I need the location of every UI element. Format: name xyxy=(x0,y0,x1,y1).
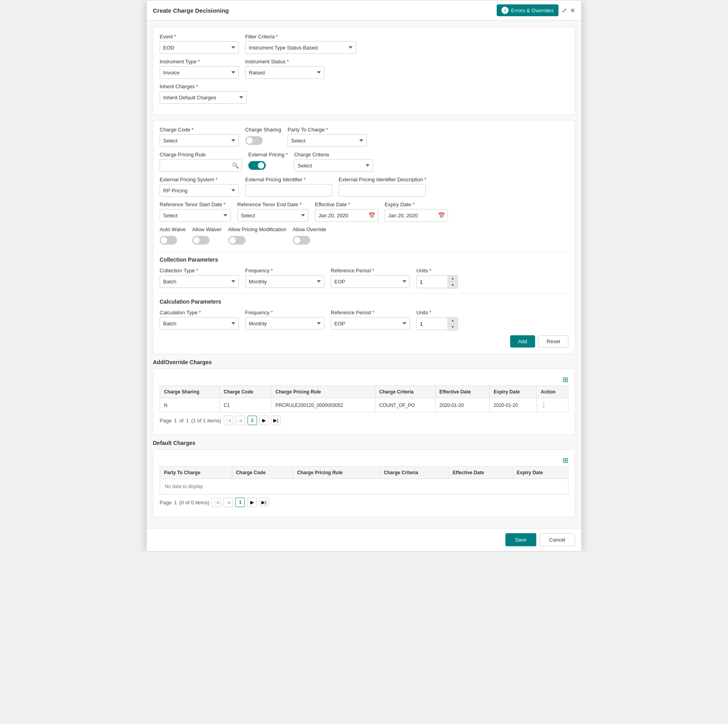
next-page-btn[interactable]: ▶ xyxy=(259,416,269,425)
ext-pricing-identifier-desc-label: External Pricing Identifier Description … xyxy=(339,177,427,182)
calculation-frequency-select[interactable]: Monthly xyxy=(245,317,324,330)
charge-code-row: Charge Code * Select Charge Sharing xyxy=(160,127,568,147)
inherit-charges-select[interactable]: Inherit Default Charges xyxy=(160,91,247,104)
collection-type-label: Collection Type * xyxy=(160,268,239,274)
ref-tenor-end-group: Reference Tenor End Date * Select xyxy=(237,201,309,222)
collection-frequency-select[interactable]: Monthly xyxy=(245,275,324,288)
reset-button[interactable]: Reset xyxy=(538,335,568,348)
allow-pricing-mod-group: Allow Pricing Modification xyxy=(228,226,286,247)
dc-prev-page-btn[interactable]: ◀ xyxy=(223,498,233,507)
col-charge-pricing-rule: Charge Pricing Rule xyxy=(271,386,375,398)
default-charges-thead: Party To Charge Charge Code Charge Prici… xyxy=(160,467,568,479)
total-pages: 1 xyxy=(186,418,189,424)
party-to-charge-select[interactable]: Select xyxy=(288,134,367,147)
filter-criteria-select[interactable]: Instrument Type Status Based xyxy=(245,41,356,54)
external-pricing-toggle-container xyxy=(248,159,288,172)
charge-criteria-select[interactable]: Select xyxy=(294,159,373,172)
calculation-units-down-btn[interactable]: ▼ xyxy=(448,324,457,330)
ref-tenor-start-select[interactable]: Select xyxy=(160,209,231,222)
ext-pricing-identifier-desc-group: External Pricing Identifier Description … xyxy=(339,177,427,197)
instrument-type-select[interactable]: Invoice xyxy=(160,66,239,79)
cell-charge-sharing: N xyxy=(160,398,220,412)
items-label: (1 of 1 items) xyxy=(191,418,221,424)
charge-pricing-rule-label: Charge Pricing Rule xyxy=(160,152,242,158)
inherit-charges-label: Inherit Charges * xyxy=(160,84,247,89)
cell-action: ⋮ xyxy=(537,398,568,412)
calculation-units-up-btn[interactable]: ▲ xyxy=(448,317,457,324)
col-effective-date: Effective Date xyxy=(435,386,490,398)
charge-sharing-toggle[interactable] xyxy=(245,136,263,145)
current-page-btn[interactable]: 1 xyxy=(248,416,257,425)
search-icon: 🔍 xyxy=(232,162,239,169)
allow-override-toggle-container xyxy=(293,234,326,247)
cancel-button[interactable]: Cancel xyxy=(539,533,575,546)
allow-pricing-mod-toggle[interactable] xyxy=(228,236,246,245)
charge-sharing-group: Charge Sharing xyxy=(245,127,281,147)
prev-page-btn[interactable]: ◀ xyxy=(236,416,245,425)
default-charges-table-settings-btn[interactable]: ⊞ xyxy=(562,456,568,465)
ref-tenor-end-select[interactable]: Select xyxy=(237,209,309,222)
allow-waiver-toggle-container xyxy=(192,234,222,247)
external-pricing-label: External Pricing * xyxy=(248,152,288,158)
dc-next-page-btn[interactable]: ▶ xyxy=(247,498,257,507)
add-override-charges-header-row: Charge Sharing Charge Code Charge Pricin… xyxy=(160,386,568,398)
collection-reference-period-select[interactable]: EOP xyxy=(331,275,410,288)
calculation-type-select[interactable]: Batch xyxy=(160,317,239,330)
col-charge-code: Charge Code xyxy=(219,386,271,398)
dc-last-page-btn[interactable]: ▶| xyxy=(259,498,269,507)
ext-pricing-identifier-desc-input[interactable] xyxy=(339,184,426,197)
add-button[interactable]: Add xyxy=(510,335,535,348)
modal-header: Create Charge Decisioning i Errors & Ove… xyxy=(147,0,581,21)
first-page-btn[interactable]: |◀ xyxy=(224,416,233,425)
filter-criteria-group: Filter Criteria * Instrument Type Status… xyxy=(245,34,356,54)
col-expiry-date: Expiry Date xyxy=(490,386,537,398)
allow-pricing-mod-toggle-container xyxy=(228,234,286,247)
calendar-icon-2[interactable]: 📅 xyxy=(438,212,445,219)
expand-button[interactable]: ⤢ xyxy=(562,7,567,14)
collection-units-input[interactable] xyxy=(416,276,448,288)
allow-override-toggle[interactable] xyxy=(293,236,310,245)
collection-frequency-label: Frequency * xyxy=(245,268,324,274)
external-pricing-toggle[interactable] xyxy=(248,161,266,170)
calculation-reference-period-select[interactable]: EOP xyxy=(331,317,410,330)
instrument-status-select[interactable]: Raised xyxy=(245,66,324,79)
errors-overrides-button[interactable]: i Errors & Overrides xyxy=(497,4,558,16)
expiry-date-wrap: 📅 xyxy=(385,209,448,222)
collection-units-down-btn[interactable]: ▼ xyxy=(448,282,457,288)
add-override-table-settings-btn[interactable]: ⊞ xyxy=(562,375,568,384)
cell-charge-criteria: COUNT_OF_PO xyxy=(375,398,435,412)
save-button[interactable]: Save xyxy=(505,533,536,546)
filter-criteria-label: Filter Criteria * xyxy=(245,34,356,40)
ext-pricing-system-select[interactable]: RP Pricing xyxy=(160,184,239,197)
charge-code-label: Charge Code * xyxy=(160,127,239,133)
calculation-type-label: Calculation Type * xyxy=(160,310,239,315)
event-filter-section: Event * EOD Filter Criteria * Instrument… xyxy=(153,27,575,115)
collection-type-select[interactable]: Batch xyxy=(160,275,239,288)
collection-units-group: Units * ▲ ▼ xyxy=(416,268,458,289)
charge-pricing-rule-input[interactable] xyxy=(160,159,242,172)
of-label: of xyxy=(179,418,184,424)
add-override-table-toolbar: ⊞ xyxy=(160,375,568,384)
collection-units-up-btn[interactable]: ▲ xyxy=(448,276,457,282)
auto-waive-toggle-container xyxy=(160,234,186,247)
close-button[interactable]: ✕ xyxy=(570,7,575,14)
calculation-frequency-group: Frequency * Monthly xyxy=(245,310,324,331)
waive-override-row: Auto Waive Allow Waiver xyxy=(160,226,568,247)
auto-waive-toggle[interactable] xyxy=(160,236,177,245)
calculation-units-input[interactable] xyxy=(416,317,448,330)
dc-current-page-btn[interactable]: 1 xyxy=(235,498,245,507)
charge-code-select[interactable]: Select xyxy=(160,134,239,147)
event-select[interactable]: EOD xyxy=(160,41,239,54)
last-page-btn[interactable]: ▶| xyxy=(271,416,281,425)
calendar-icon[interactable]: 📅 xyxy=(368,212,375,219)
ext-pricing-system-group: External Pricing System * RP Pricing xyxy=(160,177,239,197)
allow-waiver-toggle[interactable] xyxy=(192,236,210,245)
ext-pricing-identifier-input[interactable] xyxy=(245,184,332,197)
action-menu-btn[interactable]: ⋮ xyxy=(541,402,547,409)
pricing-row: Charge Pricing Rule 🔍 External Pricing * xyxy=(160,152,568,172)
dc-first-page-btn[interactable]: |◀ xyxy=(212,498,221,507)
calculation-units-btns: ▲ ▼ xyxy=(448,317,458,331)
allow-override-label: Allow Override xyxy=(293,226,326,232)
party-to-charge-group: Party To Charge * Select xyxy=(288,127,367,147)
collection-divider xyxy=(160,251,568,252)
